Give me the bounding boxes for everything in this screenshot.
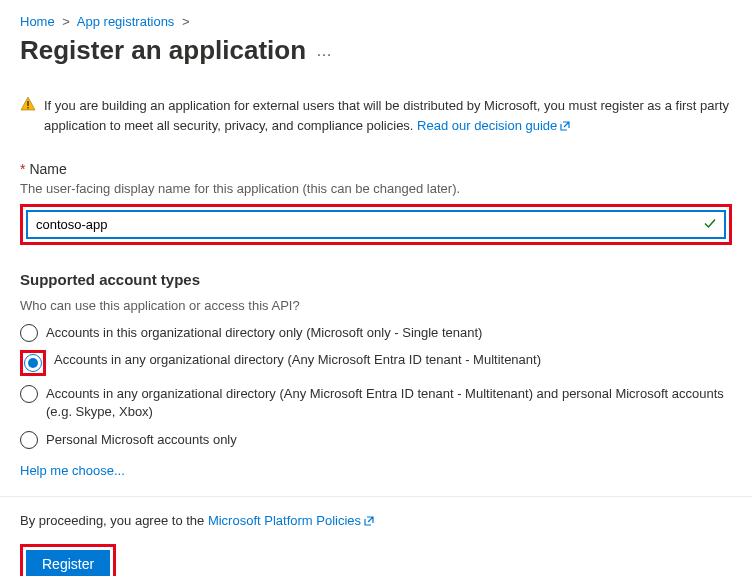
name-hint: The user-facing display name for this ap… — [20, 181, 732, 196]
warning-icon — [20, 96, 36, 137]
chevron-right-icon: > — [62, 14, 70, 29]
decision-guide-link[interactable]: Read our decision guide — [417, 118, 571, 133]
more-actions-icon[interactable]: … — [316, 42, 334, 60]
radio-label: Accounts in this organizational director… — [46, 323, 482, 342]
account-types-heading: Supported account types — [20, 271, 732, 288]
svg-rect-0 — [27, 101, 28, 106]
platform-policies-link[interactable]: Microsoft Platform Policies — [208, 513, 375, 528]
required-indicator: * — [20, 161, 25, 177]
chevron-right-icon: > — [182, 14, 190, 29]
register-button[interactable]: Register — [26, 550, 110, 576]
name-input-highlight — [20, 204, 732, 245]
radio-label: Personal Microsoft accounts only — [46, 430, 237, 449]
name-label: *Name — [20, 161, 732, 177]
radio-single-tenant[interactable]: Accounts in this organizational director… — [20, 323, 732, 342]
breadcrumb: Home > App registrations > — [20, 14, 732, 29]
radio-multitenant[interactable]: Accounts in any organizational directory… — [20, 350, 732, 376]
name-input[interactable] — [26, 210, 726, 239]
external-link-icon — [559, 118, 571, 138]
radio-label: Accounts in any organizational directory… — [46, 384, 732, 421]
breadcrumb-home[interactable]: Home — [20, 14, 55, 29]
radio-highlight — [20, 350, 46, 376]
help-me-choose-link[interactable]: Help me choose... — [20, 463, 125, 478]
page-title: Register an application — [20, 35, 306, 66]
radio-multitenant-personal[interactable]: Accounts in any organizational directory… — [20, 384, 732, 421]
warning-banner: If you are building an application for e… — [20, 96, 732, 137]
divider — [0, 496, 752, 497]
svg-rect-1 — [27, 107, 28, 109]
radio-personal-only[interactable]: Personal Microsoft accounts only — [20, 430, 732, 449]
warning-text: If you are building an application for e… — [44, 96, 732, 137]
consent-text: By proceeding, you agree to the Microsof… — [20, 513, 732, 530]
radio-label: Accounts in any organizational directory… — [54, 350, 541, 369]
register-button-highlight: Register — [20, 544, 116, 576]
account-types-question: Who can use this application or access t… — [20, 298, 732, 313]
breadcrumb-app-registrations[interactable]: App registrations — [77, 14, 175, 29]
external-link-icon — [363, 515, 375, 530]
